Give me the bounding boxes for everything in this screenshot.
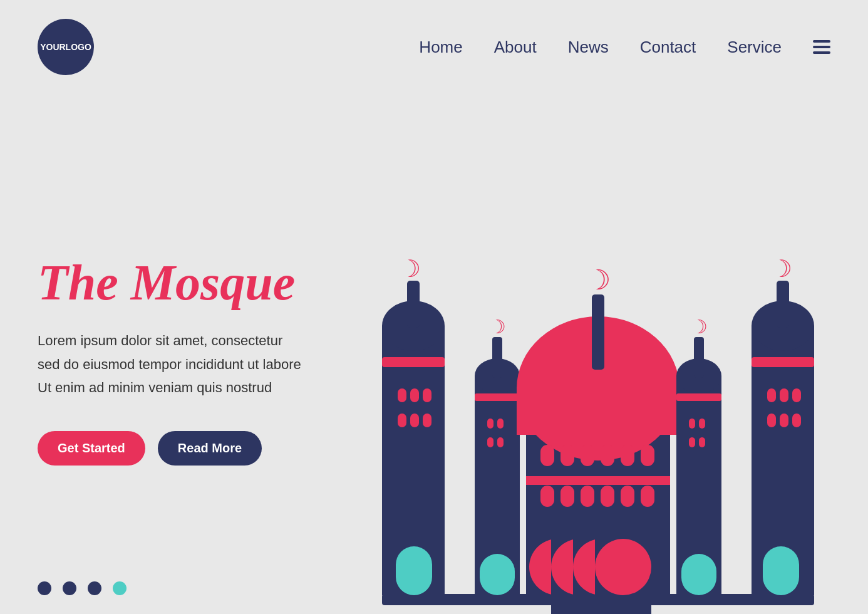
svg-text:☽: ☽ (691, 316, 708, 337)
svg-rect-17 (492, 337, 502, 378)
svg-text:☽: ☽ (400, 256, 421, 282)
svg-rect-37 (621, 445, 634, 466)
svg-rect-11 (423, 414, 431, 427)
nav-about[interactable]: About (494, 38, 537, 57)
svg-text:☽: ☽ (489, 316, 506, 337)
get-started-button[interactable]: Get Started (38, 431, 145, 466)
pagination-dot-2[interactable] (63, 581, 76, 595)
svg-rect-61 (699, 437, 705, 447)
logo[interactable]: YOUR LOGO (38, 19, 94, 75)
svg-rect-40 (561, 486, 574, 507)
svg-rect-44 (641, 486, 654, 507)
hero-text-section: The Mosque Lorem ipsum dolor sit amet, c… (38, 242, 363, 465)
svg-rect-63 (681, 554, 716, 595)
cta-buttons: Get Started Read More (38, 431, 363, 466)
svg-rect-19 (487, 419, 493, 429)
svg-rect-26 (526, 476, 670, 485)
svg-text:☽: ☽ (771, 256, 792, 282)
svg-rect-3 (382, 357, 445, 367)
svg-rect-10 (410, 414, 419, 427)
hamburger-menu[interactable] (813, 40, 830, 54)
svg-rect-9 (398, 414, 406, 427)
svg-rect-39 (540, 486, 554, 507)
svg-rect-60 (689, 437, 695, 447)
svg-rect-33 (540, 445, 554, 466)
svg-rect-55 (676, 393, 721, 401)
nav-service[interactable]: Service (727, 38, 782, 57)
svg-rect-24 (480, 554, 515, 595)
svg-rect-21 (487, 437, 493, 447)
svg-rect-42 (601, 486, 614, 507)
svg-rect-38 (641, 445, 654, 466)
svg-rect-59 (699, 419, 705, 429)
svg-rect-22 (497, 437, 504, 447)
svg-rect-76 (763, 546, 799, 595)
hamburger-line-3 (813, 51, 830, 54)
nav-contact[interactable]: Contact (640, 38, 696, 57)
main-content: The Mosque Lorem ipsum dolor sit amet, c… (0, 94, 868, 614)
hero-description: Lorem ipsum dolor sit amet, consectetur … (38, 329, 363, 399)
svg-rect-6 (398, 388, 406, 402)
svg-rect-7 (410, 388, 419, 402)
nav-news[interactable]: News (568, 38, 609, 57)
svg-rect-16 (475, 393, 520, 401)
hero-title: The Mosque (38, 255, 363, 310)
svg-rect-8 (423, 388, 431, 402)
svg-rect-34 (561, 445, 574, 466)
svg-rect-56 (694, 337, 704, 378)
pagination-dot-1[interactable] (38, 581, 51, 595)
navigation: Home About News Contact Service (419, 38, 830, 57)
mosque-svg: ☽ ☽ (363, 125, 833, 614)
svg-rect-58 (689, 419, 695, 429)
svg-rect-35 (581, 445, 594, 466)
svg-rect-69 (767, 388, 776, 402)
svg-rect-13 (396, 546, 432, 595)
svg-rect-29 (517, 387, 679, 428)
svg-rect-30 (517, 426, 679, 435)
svg-rect-72 (767, 414, 776, 427)
svg-rect-31 (592, 294, 604, 370)
svg-rect-52 (595, 539, 651, 595)
header: YOUR LOGO Home About News Contact Servic… (0, 0, 868, 94)
svg-rect-66 (752, 357, 814, 367)
svg-rect-71 (792, 388, 801, 402)
svg-rect-41 (581, 486, 594, 507)
svg-rect-20 (497, 419, 504, 429)
svg-rect-70 (780, 388, 788, 402)
svg-rect-36 (601, 445, 614, 466)
svg-rect-73 (780, 414, 788, 427)
svg-rect-67 (777, 281, 789, 328)
read-more-button[interactable]: Read More (158, 431, 262, 466)
hamburger-line-2 (813, 46, 830, 48)
svg-text:☽: ☽ (586, 264, 611, 295)
nav-home[interactable]: Home (419, 38, 462, 57)
pagination-dot-4[interactable] (113, 581, 127, 595)
svg-rect-74 (792, 414, 801, 427)
pagination-dots (38, 581, 127, 595)
svg-rect-4 (407, 281, 420, 328)
hamburger-line-1 (813, 40, 830, 43)
pagination-dot-3[interactable] (88, 581, 101, 595)
mosque-illustration: ☽ ☽ (363, 94, 833, 614)
svg-rect-43 (621, 486, 634, 507)
